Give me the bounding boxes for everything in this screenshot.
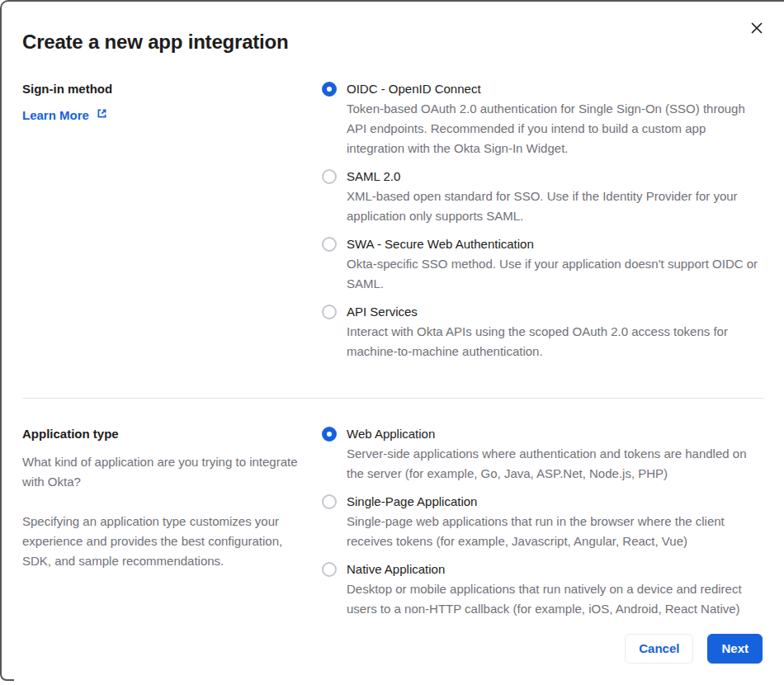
- cancel-button[interactable]: Cancel: [625, 634, 693, 664]
- radio-option-description: Single-page web applications that run in…: [347, 512, 764, 551]
- application-type-paragraph-2: Specifying an application type customize…: [22, 512, 310, 571]
- radio-option-single-page-application[interactable]: Single-Page Application Single-page web …: [322, 492, 764, 551]
- learn-more-link[interactable]: Learn More: [22, 107, 108, 122]
- radio-option-description: XML-based open standard for SSO. Use if …: [347, 187, 764, 226]
- radio-option-label: Native Application: [347, 560, 764, 579]
- radio-button[interactable]: [322, 305, 337, 319]
- application-type-heading: Application type: [22, 424, 310, 444]
- next-button[interactable]: Next: [707, 634, 763, 664]
- radio-option-description: Token-based OAuth 2.0 authentication for…: [347, 99, 764, 158]
- signin-method-heading: Sign-in method: [22, 79, 310, 99]
- signin-method-section: Sign-in method Learn More OIDC - OpenID …: [22, 79, 764, 370]
- close-icon: [751, 22, 763, 36]
- radio-option-saml[interactable]: SAML 2.0 XML-based open standard for SSO…: [322, 167, 764, 226]
- radio-option-description: Server-side applications where authentic…: [347, 444, 764, 484]
- radio-option-label: Single-Page Application: [347, 492, 764, 512]
- section-divider: [22, 398, 764, 399]
- radio-option-oidc[interactable]: OIDC - OpenID Connect Token-based OAuth …: [322, 79, 764, 158]
- radio-option-label: API Services: [347, 302, 764, 322]
- radio-button[interactable]: [322, 237, 337, 252]
- learn-more-label: Learn More: [22, 108, 89, 122]
- radio-button[interactable]: [322, 82, 337, 97]
- signin-method-options: OIDC - OpenID Connect Token-based OAuth …: [322, 79, 764, 370]
- radio-button[interactable]: [322, 494, 337, 509]
- radio-button[interactable]: [322, 169, 337, 184]
- radio-button[interactable]: [322, 562, 337, 577]
- radio-option-description: Interact with Okta APIs using the scoped…: [347, 322, 764, 361]
- radio-option-description: Desktop or mobile applications that run …: [347, 579, 764, 619]
- radio-button[interactable]: [322, 427, 337, 442]
- application-type-paragraph-1: What kind of application are you trying …: [22, 452, 310, 492]
- radio-option-native-application[interactable]: Native Application Desktop or mobile app…: [322, 560, 764, 619]
- radio-option-label: SWA - Secure Web Authentication: [347, 234, 764, 254]
- dialog-footer: Cancel Next: [625, 634, 763, 664]
- application-type-section: Application type What kind of applicatio…: [22, 424, 764, 627]
- radio-option-api-services[interactable]: API Services Interact with Okta APIs usi…: [322, 302, 764, 361]
- dialog-title: Create a new app integration: [22, 30, 764, 54]
- dialog-header: Create a new app integration: [22, 30, 764, 54]
- radio-option-web-application[interactable]: Web Application Server-side applications…: [322, 424, 764, 484]
- radio-option-description: Okta-specific SSO method. Use if your ap…: [347, 254, 764, 294]
- application-type-left-column: Application type What kind of applicatio…: [22, 424, 322, 627]
- radio-option-label: Web Application: [347, 424, 764, 444]
- application-type-options: Web Application Server-side applications…: [322, 424, 764, 627]
- signin-method-left-column: Sign-in method Learn More: [22, 79, 322, 370]
- close-button[interactable]: [746, 18, 767, 40]
- radio-option-swa[interactable]: SWA - Secure Web Authentication Okta-spe…: [322, 234, 764, 294]
- radio-option-label: SAML 2.0: [347, 167, 764, 187]
- create-app-integration-dialog: Create a new app integration Sign-in met…: [0, 0, 784, 685]
- radio-option-label: OIDC - OpenID Connect: [347, 79, 764, 99]
- external-link-icon: [96, 107, 108, 122]
